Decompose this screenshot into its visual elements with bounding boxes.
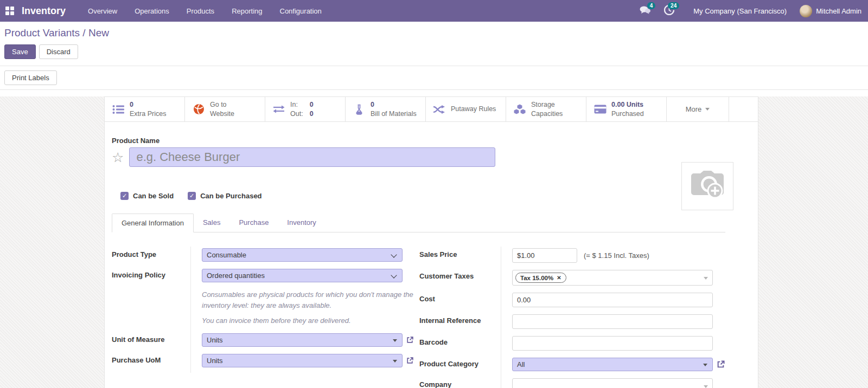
can-be-sold-checkbox[interactable]: ✓ Can be Sold <box>120 192 174 200</box>
out-label: Out: <box>290 109 303 118</box>
tax-included-note: (= $ 1.15 Incl. Taxes) <box>584 251 649 260</box>
flask-icon <box>353 104 366 115</box>
barcode-label: Barcode <box>419 334 501 356</box>
extra-prices-stat-button[interactable]: 0 Extra Prices <box>105 97 185 121</box>
avatar <box>800 5 812 17</box>
bom-label: Bill of Materials <box>371 110 417 118</box>
bill-of-materials-stat-button[interactable]: 0 Bill of Materials <box>346 97 426 121</box>
breadcrumb: Product Variants / New <box>4 27 864 39</box>
discard-button[interactable]: Discard <box>39 44 78 59</box>
tab-purchase[interactable]: Purchase <box>229 214 278 232</box>
user-menu[interactable]: Mitchell Admin <box>800 5 861 17</box>
caret-down-icon <box>704 385 708 388</box>
product-type-value: Consumable <box>207 251 246 259</box>
putaway-rules-label: Putaway Rules <box>451 105 496 113</box>
uom-label: Unit of Measure <box>112 332 190 352</box>
internal-reference-input[interactable] <box>512 314 713 329</box>
product-image-upload[interactable] <box>681 162 733 210</box>
go-to-website-line2: Website <box>210 110 234 118</box>
tax-tag-label: Tax 15.00% <box>520 275 553 281</box>
tab-general-information[interactable]: General Information <box>112 214 194 232</box>
product-name-input[interactable] <box>129 147 495 167</box>
product-name-label: Product Name <box>112 137 725 145</box>
shuffle-icon <box>433 105 446 114</box>
exchange-arrows-icon <box>272 105 285 114</box>
caret-down-icon <box>704 277 708 280</box>
product-form-sheet: 0 Extra Prices Go to Website <box>104 96 758 388</box>
cost-input[interactable] <box>512 293 713 307</box>
uom-field[interactable]: Units <box>202 333 403 347</box>
invoicing-policy-label: Invoicing Policy <box>112 267 190 288</box>
chevron-down-icon <box>705 108 710 111</box>
uom-external-link-icon[interactable] <box>406 336 414 344</box>
can-be-purchased-checkbox[interactable]: ✓ Can be Purchased <box>188 192 261 200</box>
menu-reporting[interactable]: Reporting <box>225 4 269 18</box>
credit-card-icon <box>593 105 607 114</box>
cost-label: Cost <box>419 291 501 313</box>
menu-overview[interactable]: Overview <box>81 4 124 18</box>
save-button[interactable]: Save <box>4 44 36 59</box>
product-category-field[interactable]: All <box>512 358 713 371</box>
product-type-select[interactable]: Consumable <box>202 248 403 262</box>
forecasted-in-out-stat-button[interactable]: In: 0 Out: 0 <box>265 97 346 121</box>
activities-button[interactable]: 24 <box>660 4 678 18</box>
sales-price-input[interactable] <box>512 248 577 263</box>
invoicing-policy-select[interactable]: Ordered quantities <box>202 269 403 282</box>
purchased-units-stat-button[interactable]: 0.00 Units Purchased <box>586 97 667 121</box>
company-switcher[interactable]: My Company (San Francisco) <box>693 7 787 15</box>
breadcrumb-parent[interactable]: Product Variants <box>4 27 80 38</box>
can-be-sold-label: Can be Sold <box>133 192 174 200</box>
uom-value: Units <box>207 336 223 344</box>
cubes-icon <box>513 104 526 115</box>
internal-reference-label: Internal Reference <box>419 313 501 334</box>
purchase-uom-value: Units <box>207 357 223 365</box>
tab-sales[interactable]: Sales <box>194 214 230 232</box>
barcode-input[interactable] <box>512 336 713 351</box>
product-category-external-link-icon[interactable] <box>716 360 725 369</box>
camera-plus-icon <box>690 170 725 202</box>
print-labels-button[interactable]: Print Labels <box>4 70 57 85</box>
notebook-tabs: General Information Sales Purchase Inven… <box>112 213 725 232</box>
invoicing-policy-value: Ordered quantities <box>207 271 265 280</box>
extra-prices-count: 0 <box>130 101 133 108</box>
go-to-website-stat-button[interactable]: Go to Website <box>185 97 265 121</box>
breadcrumb-current: New <box>88 27 109 38</box>
in-label: In: <box>290 100 303 109</box>
menu-operations[interactable]: Operations <box>127 4 176 18</box>
top-navbar: Inventory Overview Operations Products R… <box>0 0 868 22</box>
favorite-star-icon[interactable]: ☆ <box>112 151 124 164</box>
purchase-uom-external-link-icon[interactable] <box>406 357 414 365</box>
putaway-rules-stat-button[interactable]: Putaway Rules <box>426 97 506 121</box>
menu-products[interactable]: Products <box>180 4 221 18</box>
menu-configuration[interactable]: Configuration <box>273 4 329 18</box>
go-to-website-line1: Go to <box>210 101 227 108</box>
company-field[interactable] <box>512 378 713 388</box>
storage-capacities-line2: Capacities <box>531 110 563 118</box>
user-name: Mitchell Admin <box>816 7 861 15</box>
caret-down-icon <box>393 339 397 342</box>
sales-price-label: Sales Price <box>419 247 501 268</box>
customer-taxes-field[interactable]: Tax 15.00% ✕ <box>512 270 713 286</box>
caret-down-icon <box>703 364 707 366</box>
tab-inventory[interactable]: Inventory <box>278 214 325 232</box>
apps-menu-icon[interactable] <box>5 7 14 15</box>
can-be-purchased-label: Can be Purchased <box>200 192 261 200</box>
list-icon <box>112 105 125 114</box>
storage-capacities-stat-button[interactable]: Storage Capacities <box>506 97 586 121</box>
messages-count-badge: 4 <box>647 2 656 9</box>
app-name[interactable]: Inventory <box>22 5 66 17</box>
form-view-background: 0 Extra Prices Go to Website <box>0 96 868 388</box>
main-menu: Overview Operations Products Reporting C… <box>81 4 329 18</box>
out-value: 0 <box>310 109 314 118</box>
in-value: 0 <box>310 100 314 109</box>
checkbox-checked-icon: ✓ <box>120 192 129 200</box>
tax-tag-remove-icon[interactable]: ✕ <box>557 275 561 281</box>
purchase-uom-field[interactable]: Units <box>202 354 403 367</box>
product-category-value: All <box>517 360 525 368</box>
product-type-hint: Consumables are physical products for wh… <box>202 289 419 326</box>
caret-down-icon <box>393 360 397 363</box>
messages-button[interactable]: 4 <box>636 4 654 18</box>
purchased-units-label: Purchased <box>611 110 644 118</box>
more-label: More <box>686 105 702 113</box>
more-stat-button[interactable]: More <box>667 97 729 121</box>
